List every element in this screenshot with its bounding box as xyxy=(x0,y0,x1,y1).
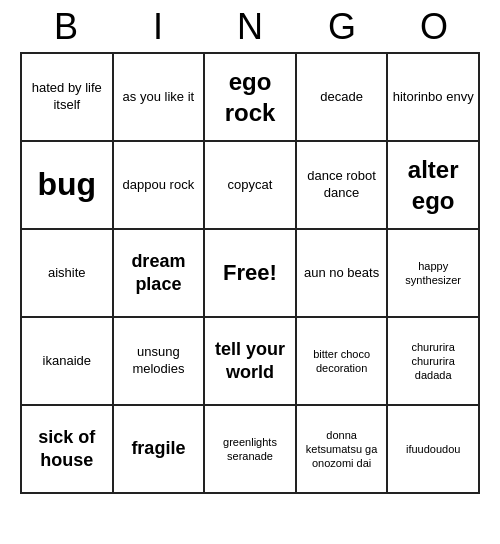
cell-3-0: ikanaide xyxy=(22,318,114,406)
cell-3-4: chururira chururira dadada xyxy=(388,318,480,406)
cell-4-2: greenlights seranade xyxy=(205,406,297,494)
cell-4-1: fragile xyxy=(114,406,206,494)
letter-n: N xyxy=(210,6,290,48)
cell-1-1: dappou rock xyxy=(114,142,206,230)
bingo-title-row: B I N G O xyxy=(20,0,480,52)
bingo-row-3: ikanaide unsung melodies tell your world… xyxy=(22,318,480,406)
letter-i: I xyxy=(118,6,198,48)
bingo-row-2: aishite dream place Free! aun no beats h… xyxy=(22,230,480,318)
cell-4-3: donna ketsumatsu ga onozomi dai xyxy=(297,406,389,494)
letter-g: G xyxy=(302,6,382,48)
cell-3-3: bitter choco decoration xyxy=(297,318,389,406)
bingo-grid: hated by life itself as you like it ego … xyxy=(20,52,480,494)
cell-3-1: unsung melodies xyxy=(114,318,206,406)
cell-0-3: decade xyxy=(297,54,389,142)
letter-b: B xyxy=(26,6,106,48)
cell-2-0: aishite xyxy=(22,230,114,318)
bingo-row-0: hated by life itself as you like it ego … xyxy=(22,54,480,142)
bingo-row-4: sick of house fragile greenlights serana… xyxy=(22,406,480,494)
cell-2-1: dream place xyxy=(114,230,206,318)
cell-1-0: bug xyxy=(22,142,114,230)
bingo-row-1: bug dappou rock copycat dance robot danc… xyxy=(22,142,480,230)
cell-2-4: happy synthesizer xyxy=(388,230,480,318)
cell-1-2: copycat xyxy=(205,142,297,230)
cell-4-0: sick of house xyxy=(22,406,114,494)
cell-4-4: ifuudoudou xyxy=(388,406,480,494)
cell-3-2: tell your world xyxy=(205,318,297,406)
cell-0-1: as you like it xyxy=(114,54,206,142)
cell-0-2: ego rock xyxy=(205,54,297,142)
cell-0-4: hitorinbo envy xyxy=(388,54,480,142)
letter-o: O xyxy=(394,6,474,48)
cell-2-3: aun no beats xyxy=(297,230,389,318)
cell-1-3: dance robot dance xyxy=(297,142,389,230)
cell-1-4: alter ego xyxy=(388,142,480,230)
cell-2-2: Free! xyxy=(205,230,297,318)
cell-0-0: hated by life itself xyxy=(22,54,114,142)
